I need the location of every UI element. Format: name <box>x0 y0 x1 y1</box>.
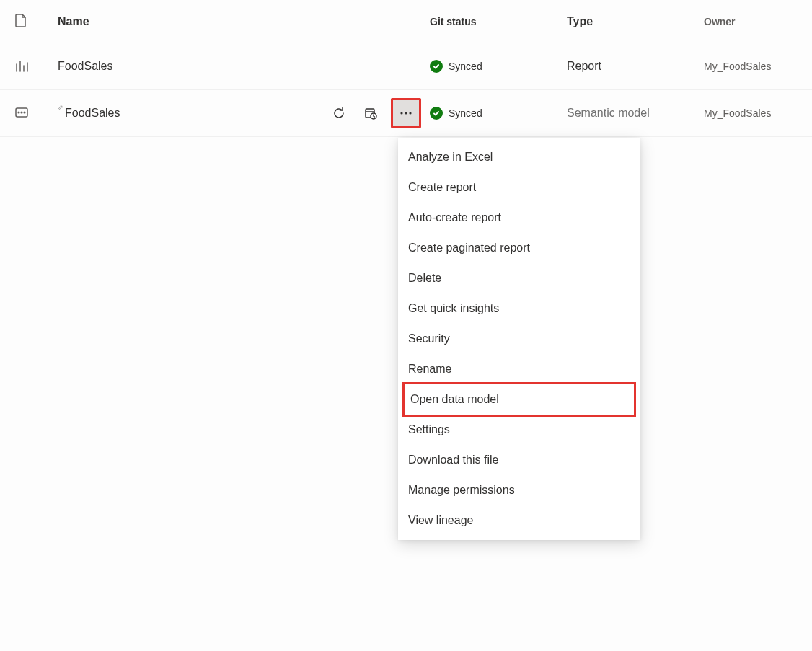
svg-point-7 <box>24 112 25 113</box>
git-status-text: Synced <box>449 61 482 72</box>
schedule-refresh-button[interactable] <box>359 102 382 125</box>
owner-cell[interactable]: My_FoodSales <box>704 107 798 119</box>
header-type[interactable]: Type <box>567 15 704 28</box>
menu-item-create-report[interactable]: Create report <box>398 172 640 203</box>
type-cell: Report <box>567 60 704 73</box>
svg-point-6 <box>21 112 22 113</box>
semantic-model-icon <box>14 105 29 122</box>
menu-item-quick-insights[interactable]: Get quick insights <box>398 293 640 324</box>
menu-item-settings[interactable]: Settings <box>398 415 640 445</box>
svg-point-11 <box>400 112 402 114</box>
report-icon <box>14 58 29 75</box>
menu-item-manage-permissions[interactable]: Manage permissions <box>398 475 640 505</box>
svg-point-5 <box>18 112 19 113</box>
type-cell: Semantic model <box>567 107 704 120</box>
svg-point-13 <box>409 112 411 114</box>
git-status-text: Synced <box>449 107 482 119</box>
item-name-text: FoodSales <box>58 60 113 73</box>
menu-item-rename[interactable]: Rename <box>398 354 640 384</box>
menu-item-open-data-model[interactable]: Open data model <box>402 382 636 417</box>
git-status-cell: Synced <box>430 107 567 120</box>
menu-item-view-lineage[interactable]: View lineage <box>398 505 640 536</box>
table-row[interactable]: FoodSales Synced Report My_FoodSales <box>0 43 812 90</box>
item-name[interactable]: ⇗ FoodSales <box>58 107 322 120</box>
header-name[interactable]: Name <box>58 15 322 28</box>
owner-cell[interactable]: My_FoodSales <box>704 61 798 72</box>
context-menu: Analyze in Excel Create report Auto-crea… <box>398 138 640 540</box>
table-row[interactable]: ⇗ FoodSales <box>0 90 812 137</box>
menu-item-security[interactable]: Security <box>398 324 640 354</box>
header-git[interactable]: Git status <box>430 16 567 27</box>
menu-item-auto-create-report[interactable]: Auto-create report <box>398 203 640 233</box>
item-icon-cell <box>14 58 58 75</box>
refresh-button[interactable] <box>327 102 350 125</box>
item-name-text: FoodSales <box>65 107 120 120</box>
menu-item-download[interactable]: Download this file <box>398 445 640 475</box>
item-table: Name Git status Type Owner FoodSales <box>0 0 812 137</box>
header-owner[interactable]: Owner <box>704 16 798 27</box>
file-icon <box>14 13 27 30</box>
synced-check-icon <box>430 60 443 73</box>
menu-item-delete[interactable]: Delete <box>398 263 640 293</box>
table-header: Name Git status Type Owner <box>0 0 812 43</box>
menu-item-analyze-excel[interactable]: Analyze in Excel <box>398 142 640 172</box>
menu-item-create-paginated-report[interactable]: Create paginated report <box>398 233 640 263</box>
synced-check-icon <box>430 107 443 120</box>
row-actions <box>322 98 430 128</box>
svg-point-12 <box>405 112 407 114</box>
more-options-button[interactable] <box>391 98 421 128</box>
link-badge-icon: ⇗ <box>58 104 63 111</box>
header-icon-col <box>14 13 58 30</box>
git-status-cell: Synced <box>430 60 567 73</box>
item-icon-cell <box>14 105 58 122</box>
item-name[interactable]: FoodSales <box>58 60 322 73</box>
